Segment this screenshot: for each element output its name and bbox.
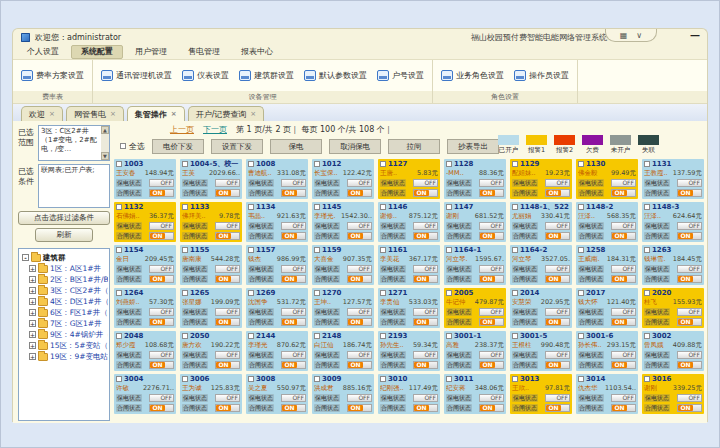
- card-checkbox[interactable]: [644, 161, 650, 167]
- room-card[interactable]: 1147谢刚681.52元保电状态OFF合闸状态ON: [444, 202, 506, 242]
- card-checkbox[interactable]: [578, 290, 584, 296]
- room-card[interactable]: 3001-1高雅238.37元保电状态OFF合闸状态ON: [444, 331, 506, 371]
- room-card[interactable]: 3004许敏2276.71..保电状态OFF合闸状态ON: [114, 374, 176, 414]
- room-card[interactable]: 1148-1、522尤丽娟330.41元保电状态OFF合闸状态ON: [510, 202, 572, 242]
- ribbon-button-户号设置[interactable]: 户号设置: [374, 68, 427, 83]
- card-checkbox[interactable]: [248, 290, 254, 296]
- card-checkbox[interactable]: [182, 247, 188, 253]
- room-card[interactable]: 3001-5王根柱990.48元保电状态OFF合闸状态ON: [510, 331, 572, 371]
- menu-item-用户管理[interactable]: 用户管理: [126, 45, 176, 59]
- toolbar-button-抄表导出[interactable]: 抄表导出: [447, 139, 499, 154]
- tree-item[interactable]: +15区：5#变站（3#变…: [22, 340, 108, 351]
- card-checkbox[interactable]: [116, 204, 122, 210]
- card-checkbox[interactable]: [314, 376, 320, 382]
- refresh-button[interactable]: 刷新: [35, 228, 93, 242]
- room-card[interactable]: 1264刘燕娇..57.30元保电状态OFF合闸状态ON: [114, 288, 176, 328]
- tree-item[interactable]: +9区：4#锅炉井（4#锅…: [22, 329, 108, 340]
- tab-开户/记费查询[interactable]: 开户/记费查询×: [188, 106, 265, 121]
- tree-item[interactable]: +1区：A区1#井: [22, 263, 108, 274]
- filter-select-button[interactable]: 点击选择过滤条件: [18, 211, 110, 225]
- chevron-down-icon[interactable]: ∨: [636, 31, 642, 40]
- room-card[interactable]: 1270王坤..127.57元保电状态OFF合闸状态ON: [312, 288, 374, 328]
- card-checkbox[interactable]: [578, 247, 584, 253]
- card-checkbox[interactable]: [578, 333, 584, 339]
- room-card[interactable]: 1130佛金毅99.49元保电状态OFF合闸状态ON: [576, 159, 638, 199]
- card-checkbox[interactable]: [116, 376, 122, 382]
- card-checkbox[interactable]: [248, 161, 254, 167]
- next-page-link[interactable]: 下一页: [203, 124, 227, 135]
- tab-close-icon[interactable]: ×: [250, 111, 256, 118]
- room-card[interactable]: 1157钱杰986.99元保电状态OFF合闸状态ON: [246, 245, 308, 285]
- room-card[interactable]: 3006王为诚125.83元保电状态OFF合闸状态ON: [180, 374, 242, 414]
- room-card[interactable]: 1258王威南.184.31元保电状态OFF合闸状态ON: [576, 245, 638, 285]
- expand-icon[interactable]: +: [29, 342, 36, 349]
- room-card[interactable]: 1129配姐妹..19.23元保电状态OFF合闸状态ON: [510, 159, 572, 199]
- toolbar-button-取消保电[interactable]: 取消保电: [329, 139, 381, 154]
- card-checkbox[interactable]: [644, 204, 650, 210]
- card-checkbox[interactable]: [116, 333, 122, 339]
- room-card[interactable]: 2014安慧荣202.95元保电状态OFF合闸状态ON: [510, 288, 572, 328]
- card-checkbox[interactable]: [512, 333, 518, 339]
- room-card[interactable]: 1164-1河立琴.1595.67.保电状态OFF合闸状态ON: [444, 245, 506, 285]
- card-checkbox[interactable]: [446, 376, 452, 382]
- card-checkbox[interactable]: [380, 376, 386, 382]
- selected-condition-box[interactable]: 联网表;已开户表;: [38, 164, 110, 208]
- prev-page-link[interactable]: 上一页: [170, 124, 194, 135]
- room-card[interactable]: 1271李贵仙533.03元保电状态OFF合闸状态ON: [378, 288, 440, 328]
- card-checkbox[interactable]: [380, 204, 386, 210]
- room-card[interactable]: 2144李瑾光870.62元保电状态OFF合闸状态ON: [246, 331, 308, 371]
- tree-item[interactable]: +6区：F区1#井（F区1#…: [22, 307, 108, 318]
- tab-close-icon[interactable]: ×: [49, 111, 55, 118]
- card-checkbox[interactable]: [248, 204, 254, 210]
- select-all[interactable]: 全选: [120, 141, 145, 152]
- room-card[interactable]: 1269沈国争531.72元保电状态OFF合闸状态ON: [246, 288, 308, 328]
- room-card[interactable]: 1128-MM..88.36元保电状态OFF合闸状态ON: [444, 159, 506, 199]
- tree-item[interactable]: +3区：C区2#井（1#变…: [22, 285, 108, 296]
- card-checkbox[interactable]: [248, 333, 254, 339]
- room-card[interactable]: 2017钱大怀121.40元保电状态OFF合闸状态ON: [576, 288, 638, 328]
- selected-range-box[interactable]: 3区：C区2#井（1#变电，2#配电，/变… ▲▼: [38, 125, 110, 161]
- room-card[interactable]: 1145李瑾光.1542.30..保电状态OFF合闸状态ON: [312, 202, 374, 242]
- room-card[interactable]: 3002曾凤娥409.88元保电状态OFF合闸状态ON: [642, 331, 704, 371]
- room-card[interactable]: 1131王教霞..137.59元保电状态OFF合闸状态ON: [642, 159, 704, 199]
- card-checkbox[interactable]: [314, 161, 320, 167]
- card-checkbox[interactable]: [578, 161, 584, 167]
- menu-item-个人设置[interactable]: 个人设置: [18, 45, 68, 59]
- tab-close-icon[interactable]: ×: [171, 111, 177, 118]
- room-card[interactable]: 1127王唐..5.83元保电状态OFF合闸状态ON: [378, 159, 440, 199]
- expand-icon[interactable]: +: [29, 331, 36, 338]
- minimize-button[interactable]: —: [690, 30, 700, 41]
- room-card[interactable]: 3001-6孙长伟..293.15元保电状态OFF合闸状态ON: [576, 331, 638, 371]
- ribbon-button-业务角色设置[interactable]: 业务角色设置: [438, 68, 507, 83]
- card-checkbox[interactable]: [446, 204, 452, 210]
- room-card[interactable]: 2148白江仙186.74元保电状态OFF合闸状态ON: [312, 331, 374, 371]
- card-checkbox[interactable]: [314, 204, 320, 210]
- card-checkbox[interactable]: [512, 290, 518, 296]
- tab-欢迎[interactable]: 欢迎×: [21, 106, 63, 121]
- card-checkbox[interactable]: [512, 376, 518, 382]
- toolbar-button-电价下发[interactable]: 电价下发: [152, 139, 204, 154]
- toolbar-button-保电[interactable]: 保电: [270, 139, 322, 154]
- card-checkbox[interactable]: [644, 376, 650, 382]
- card-checkbox[interactable]: [380, 161, 386, 167]
- card-checkbox[interactable]: [182, 333, 188, 339]
- card-checkbox[interactable]: [644, 247, 650, 253]
- tab-close-icon[interactable]: ×: [110, 111, 116, 118]
- expand-icon[interactable]: +: [29, 298, 36, 305]
- card-checkbox[interactable]: [512, 247, 518, 253]
- expand-icon[interactable]: +: [29, 320, 36, 327]
- room-card[interactable]: 1003王安春148.94元保电状态OFF合闸状态ON: [114, 159, 176, 199]
- expand-icon[interactable]: +: [29, 287, 36, 294]
- card-checkbox[interactable]: [314, 290, 320, 296]
- room-card[interactable]: 1133佛拜美..9.78元保电状态OFF合闸状态ON: [180, 202, 242, 242]
- ribbon-button-建筑群设置[interactable]: 建筑群设置: [236, 68, 297, 83]
- toolbar-button-设置下发[interactable]: 设置下发: [211, 139, 263, 154]
- card-checkbox[interactable]: [116, 161, 122, 167]
- room-card[interactable]: 3014仇杰华1103.54..保电状态OFF合闸状态ON: [576, 374, 638, 414]
- room-card[interactable]: 1155唐南康544.28元保电状态OFF合闸状态ON: [180, 245, 242, 285]
- room-card[interactable]: 3010纪刚强..117.49元保电状态OFF合闸状态ON: [378, 374, 440, 414]
- tab-网管售电[interactable]: 网管售电×: [66, 106, 124, 121]
- room-card[interactable]: 3008吴之夏550.97元保电状态OFF合闸状态ON: [246, 374, 308, 414]
- card-checkbox[interactable]: [182, 290, 188, 296]
- card-checkbox[interactable]: [512, 204, 518, 210]
